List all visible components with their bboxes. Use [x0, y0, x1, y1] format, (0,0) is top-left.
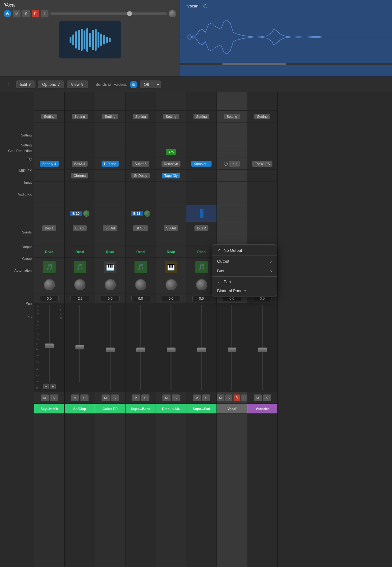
input-btn-7[interactable]: In 1 [229, 161, 239, 167]
ctx-bus[interactable]: Bus [212, 266, 277, 276]
setting-btn-5[interactable]: Setting [163, 114, 179, 119]
solo-4[interactable]: S [141, 394, 149, 401]
send-badge-2[interactable]: B 10 [70, 211, 82, 216]
midifx-btn-5[interactable]: Arp [166, 149, 176, 155]
input-monitor-button[interactable]: I [41, 10, 48, 17]
output-btn-3[interactable]: St Out [103, 225, 117, 231]
output-btn-5[interactable]: St Out [164, 225, 178, 231]
automation-btn-5[interactable]: Read [167, 250, 175, 254]
record-button-top[interactable]: R [32, 10, 39, 17]
input-btn-8[interactable]: EVOC PS [252, 161, 272, 167]
record-btn-7[interactable]: R [234, 394, 239, 401]
channel-icon-4[interactable]: 🎵 [134, 261, 147, 273]
fader-handle-5[interactable] [167, 348, 175, 352]
ctx-output[interactable]: Output [212, 256, 277, 266]
scroll-bar[interactable] [180, 63, 392, 65]
pan-knob-top[interactable] [169, 10, 176, 17]
solo-8[interactable]: S [263, 394, 271, 401]
audiofx-btn-4[interactable]: St-Delay [131, 173, 149, 178]
fader-handle-3[interactable] [106, 348, 115, 352]
automation-btn-2[interactable]: Read [75, 250, 84, 254]
pan-knob-4[interactable] [135, 279, 146, 290]
audiofx-btn-5[interactable]: Tape Dly [162, 173, 180, 178]
send-knob-4[interactable] [144, 210, 150, 217]
view-button[interactable]: View ∨ [67, 81, 88, 88]
mute-4[interactable]: M [132, 394, 140, 401]
pan-knob-6[interactable] [196, 279, 207, 290]
mute-1[interactable]: M [41, 394, 49, 401]
output-btn-1[interactable]: Bus 1 [42, 225, 56, 231]
db-input-4[interactable] [131, 296, 150, 301]
fader-handle-1[interactable] [45, 343, 54, 348]
setting-btn-7[interactable]: Setting [224, 114, 239, 119]
solo-6[interactable]: S [202, 394, 210, 401]
automation-btn-6[interactable]: Read [197, 250, 206, 254]
output-btn-4[interactable]: St Out [133, 225, 148, 231]
mute-button-top[interactable]: M [13, 10, 21, 17]
fader-plus-1[interactable]: + [50, 384, 56, 389]
input-btn-2[interactable]: Batt3-4 [72, 161, 88, 167]
fader-handle-6[interactable] [197, 348, 206, 352]
fader-handle-7[interactable] [228, 348, 236, 352]
input-btn-5[interactable]: RetroSyn [162, 161, 181, 167]
fader-handle-4[interactable] [136, 348, 145, 352]
scroll-thumb[interactable] [222, 63, 286, 65]
solo-button-top[interactable]: S [22, 10, 30, 17]
input-btn-1[interactable]: Battery 4 [40, 161, 58, 167]
solo-3[interactable]: S [111, 394, 119, 401]
setting-btn-2[interactable]: Setting [72, 114, 87, 119]
back-button[interactable]: ↑ [4, 81, 14, 89]
ctx-no-output[interactable]: No Output [212, 246, 277, 255]
mute-2[interactable]: M [71, 394, 79, 401]
db-input-5[interactable] [162, 296, 180, 301]
mute-5[interactable]: M [162, 394, 171, 401]
setting-btn-8[interactable]: Setting [254, 114, 270, 119]
send-knob-2[interactable] [83, 210, 89, 217]
fader-minus-1[interactable]: − [43, 384, 49, 389]
mute-7[interactable]: M [217, 394, 224, 401]
ctx-binaural-panner[interactable]: Binaural Panner [212, 286, 277, 295]
mute-3[interactable]: M [102, 394, 110, 401]
audiofx-btn-2[interactable]: Chroma [71, 173, 88, 178]
input-btn-4[interactable]: Super 8 [132, 161, 149, 167]
db-input-6[interactable] [192, 296, 211, 301]
output-btn-6[interactable]: Bus 2 [194, 225, 208, 231]
db-input-1[interactable] [40, 296, 59, 301]
pan-knob-5[interactable] [166, 279, 177, 290]
input-btn-6[interactable]: Komplet... [191, 161, 212, 167]
channel-icon-5[interactable]: 🎹 [165, 261, 177, 273]
fader-handle-2[interactable] [75, 345, 84, 349]
solo-1[interactable]: S [50, 394, 58, 401]
fader-handle-8[interactable] [258, 348, 267, 352]
automation-btn-3[interactable]: Read [106, 250, 114, 254]
mute-8[interactable]: M [254, 394, 262, 401]
automation-btn-1[interactable]: Read [45, 250, 53, 254]
automation-btn-4[interactable]: Read [136, 250, 145, 254]
pan-knob-3[interactable] [105, 279, 116, 290]
input-btn-7-bottom[interactable]: I [241, 394, 247, 401]
sends-power-button[interactable]: ⏻ [130, 81, 137, 88]
sends-off-dropdown[interactable]: Off On [140, 81, 161, 88]
edit-button[interactable]: Edit ∨ [16, 81, 35, 88]
setting-btn-4[interactable]: Setting [133, 114, 148, 119]
channel-icon-2[interactable]: 🎵 [74, 261, 86, 273]
mute-6[interactable]: M [193, 394, 201, 401]
pan-knob-2[interactable] [74, 279, 85, 290]
solo-2[interactable]: S [80, 394, 89, 401]
solo-5[interactable]: S [172, 394, 180, 401]
volume-fader-top[interactable] [50, 12, 167, 15]
pan-knob-1[interactable] [44, 279, 55, 290]
channel-icon-6[interactable]: 🎵 [195, 261, 208, 273]
options-button[interactable]: Options ∨ [38, 81, 64, 88]
channel-icon-3[interactable]: 🎹 [104, 261, 116, 273]
channel-icon-1[interactable]: 🎵 [43, 261, 56, 273]
setting-btn-6[interactable]: Setting [194, 114, 209, 119]
db-input-3[interactable] [101, 296, 120, 301]
power-button[interactable]: ⏻ [4, 10, 11, 17]
solo-7[interactable]: S [225, 394, 232, 401]
setting-btn-3[interactable]: Setting [102, 114, 118, 119]
db-input-2[interactable] [71, 296, 89, 301]
output-btn-2[interactable]: Bus 1 [73, 225, 86, 231]
input-btn-3[interactable]: E-Piano [102, 161, 119, 167]
ctx-pan[interactable]: Pan [212, 277, 277, 286]
